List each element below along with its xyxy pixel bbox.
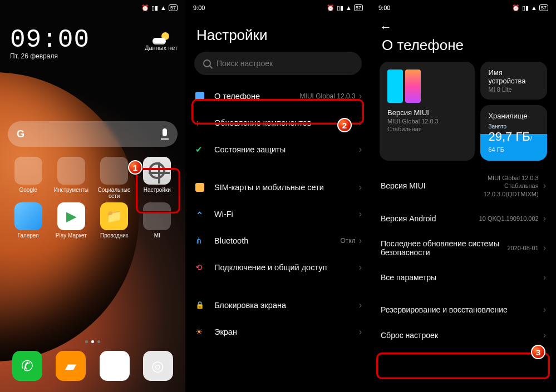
page-indicator[interactable] [0, 340, 185, 343]
signal-icon: ▯▮ [151, 4, 158, 12]
settings-row-about[interactable]: О телефонеMIUI Global 12.0.3› [185, 83, 371, 110]
settings-row-display[interactable]: ☀Экран› [185, 319, 371, 345]
chevron-right-icon: › [359, 91, 362, 101]
settings-icon[interactable] [143, 157, 171, 185]
chevron-right-icon: › [543, 214, 546, 224]
row-label: Версия Android [381, 214, 479, 223]
about-row[interactable]: Версия Android10 QKQ1.190910.002› [371, 206, 556, 231]
weather-widget[interactable]: Данных нет [145, 32, 178, 51]
app-Настройки[interactable]: Настройки [136, 157, 179, 199]
dock-phone[interactable]: ✆ [12, 351, 42, 381]
card-sub: Стабильная [387, 126, 467, 132]
chevron-right-icon: › [543, 330, 546, 340]
dock-chrome[interactable]: ◉ [100, 351, 130, 381]
wifi-icon: ▲ [531, 4, 537, 11]
alarm-icon: ⏰ [512, 4, 520, 12]
app-Проводник[interactable]: 📁Проводник [93, 202, 136, 245]
app-label: Проводник [100, 232, 128, 245]
chevron-right-icon: › [359, 236, 362, 246]
chevron-right-icon: › [359, 182, 362, 192]
update-icon: ↑ [194, 117, 205, 128]
alarm-icon: ⏰ [141, 4, 149, 12]
row-value: 2020-08-01 [507, 244, 538, 252]
chevron-right-icon: › [359, 145, 362, 155]
app-Google[interactable]: Google [7, 157, 50, 199]
settings-row-shield[interactable]: ✔Состояние защиты › [185, 136, 371, 163]
about-row[interactable]: Версия MIUIMIUI Global 12.0.3Стабильная1… [371, 166, 556, 206]
status-bar: 9:00 ⏰ ▯▮ ▲ 57 [371, 0, 556, 16]
card-label: Имя устройства [488, 68, 539, 85]
about-row[interactable]: Сброс настроек› [371, 322, 556, 348]
app-Play Маркет[interactable]: ▶Play Маркет [50, 202, 92, 245]
battery-icon: 57 [539, 4, 548, 11]
card-label: Хранилище [488, 112, 539, 120]
about-phone-screen: 9:00 ⏰ ▯▮ ▲ 57 ← О телефоне Версия MIUI … [371, 0, 556, 392]
status-bar: 9:00 ⏰ ▯▮ ▲ 57 [185, 0, 371, 16]
battery-icon: 57 [169, 4, 178, 11]
settings-screen: 9:00 ⏰ ▯▮ ▲ 57 Настройки Поиск настроек … [185, 0, 371, 392]
app-MI[interactable]: MI [136, 202, 179, 245]
storage-card[interactable]: Хранилище Занято 29,7 ГБ/ 64 ГБ [480, 105, 547, 161]
about-row[interactable]: Последнее обновление системы безопасност… [371, 231, 556, 265]
home-screen: ⏰ ▯▮ ▲ 57 09:00 Пт, 26 февраля Данных не… [0, 0, 185, 392]
battery-icon: 57 [354, 4, 363, 11]
settings-row-wifi[interactable]: ⌃Wi-Fi › [185, 201, 371, 227]
storage-used: 29,7 ГБ [488, 130, 530, 143]
app-Социальные сети[interactable]: Социальные сети [93, 157, 136, 199]
search-icon [203, 59, 211, 67]
chevron-right-icon: › [359, 300, 362, 310]
clock-date: Пт, 26 февраля [10, 52, 175, 60]
dock-messages[interactable]: ▰ [56, 351, 86, 381]
dock: ✆▰◉◎ [0, 348, 185, 392]
dock-camera[interactable]: ◎ [143, 351, 173, 381]
row-label: Последнее обновление системы безопасност… [381, 239, 507, 257]
status-bar: ⏰ ▯▮ ▲ 57 [0, 0, 185, 16]
row-value: MIUI Global 12.0.3Стабильная12.0.3.0(QDT… [484, 174, 539, 198]
page-title: О телефоне [371, 34, 556, 62]
app-label: Настройки [144, 187, 171, 199]
app-Галерея[interactable]: Галерея [7, 202, 50, 245]
page-title: Настройки [185, 16, 371, 52]
row-label: Обновление компонентов [214, 118, 353, 127]
about-row[interactable]: Резервирование и восстановление› [371, 297, 556, 322]
settings-search[interactable]: Поиск настроек [194, 52, 362, 75]
card-value: MI 8 Lite [488, 86, 539, 93]
row-label: Версия MIUI [381, 181, 484, 190]
settings-row-lock[interactable]: 🔒Блокировка экрана› [185, 292, 371, 319]
weather-label: Данных нет [145, 44, 178, 51]
miui-version-card[interactable]: Версия MIUI MIUI Global 12.0.3 Стабильна… [380, 62, 475, 161]
status-time: 9:00 [378, 4, 512, 11]
app-Инструменты[interactable]: Инструменты [50, 157, 92, 199]
bt-icon: ⋔ [194, 235, 205, 246]
settings-row-update[interactable]: ↑Обновление компонентов › [185, 110, 371, 136]
chevron-right-icon: › [543, 272, 546, 282]
signal-icon: ▯▮ [522, 4, 529, 12]
storage-busy-label: Занято [488, 123, 539, 130]
settings-row-sim[interactable]: SIM-карты и мобильные сети› [185, 174, 371, 201]
shield-icon: ✔ [194, 144, 205, 155]
sim-icon [194, 182, 205, 193]
google-search-bar[interactable]: G [8, 121, 178, 147]
mic-icon[interactable] [161, 128, 169, 140]
about-row[interactable]: Все параметры› [371, 265, 556, 290]
chevron-right-icon: › [543, 181, 546, 191]
device-name-card[interactable]: Имя устройства MI 8 Lite [480, 62, 547, 100]
miui-logo [387, 70, 421, 103]
settings-row-bt[interactable]: ⋔BluetoothОткл› [185, 227, 371, 254]
row-label: Состояние защиты [214, 145, 353, 154]
back-button[interactable]: ← [371, 16, 556, 34]
wifi-icon: ▲ [346, 4, 352, 11]
weather-icon [152, 32, 169, 44]
settings-row-share[interactable]: ⟲Подключение и общий доступ› [185, 254, 371, 281]
chevron-right-icon: › [359, 118, 362, 128]
status-time: 9:00 [193, 4, 327, 11]
app-label: Play Маркет [56, 232, 87, 245]
wifi-icon: ⌃ [194, 209, 205, 220]
app-label: Инструменты [54, 187, 88, 199]
chevron-right-icon: › [543, 305, 546, 315]
row-label: Wi-Fi [214, 210, 353, 219]
app-label: Google [19, 187, 37, 199]
chevron-right-icon: › [359, 327, 362, 337]
row-value: 10 QKQ1.190910.002 [479, 215, 539, 222]
row-label: Блокировка экрана [214, 301, 359, 310]
